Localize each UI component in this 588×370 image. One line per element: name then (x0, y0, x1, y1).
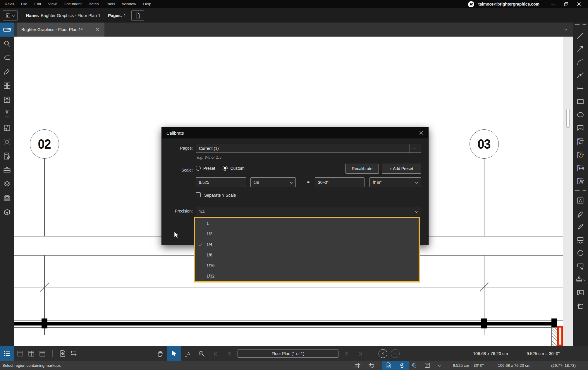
arc-tool-icon[interactable] (576, 58, 584, 66)
preset-radio-label[interactable]: Preset (203, 166, 215, 171)
cloud-tool-icon[interactable] (576, 249, 584, 257)
split-horizontal-icon[interactable] (38, 350, 47, 358)
zoom-tool-icon[interactable] (195, 346, 208, 361)
highlighter-tool-icon[interactable] (576, 210, 584, 218)
next-page-button[interactable] (342, 349, 352, 359)
menu-document[interactable]: Document (64, 0, 89, 8)
tab-close-icon[interactable] (95, 28, 100, 32)
menu-file[interactable]: File (21, 0, 35, 8)
grid-toggle-icon[interactable] (355, 361, 361, 370)
statusbar-chevron-icon[interactable] (438, 361, 441, 370)
precision-select-chevron[interactable] (415, 209, 418, 213)
pages-select-chevron[interactable] (410, 144, 418, 153)
single-page-view-icon[interactable] (16, 350, 24, 358)
measurements-panel-tab[interactable] (0, 23, 14, 37)
sets-icon[interactable] (3, 194, 11, 202)
pages-select[interactable]: Current (1) (196, 144, 421, 153)
menu-window[interactable]: Window (122, 0, 143, 8)
callout-tool-icon[interactable] (576, 262, 584, 270)
flags-icon[interactable] (3, 54, 11, 62)
snap-toggle-icon[interactable] (368, 361, 374, 370)
polyline-tool-icon[interactable] (576, 71, 584, 79)
file-access-icon[interactable] (3, 96, 11, 104)
menu-tools[interactable]: Tools (106, 0, 122, 8)
next-view-button[interactable] (391, 349, 400, 358)
layers-icon[interactable] (3, 180, 11, 188)
document-sync-toggle[interactable] (382, 361, 395, 370)
3d-model-icon[interactable] (3, 208, 11, 216)
precision-option-1-2[interactable]: 1/2 (195, 229, 419, 239)
dialog-title-bar[interactable]: Calibrate (162, 127, 428, 138)
snapshot-tool-icon[interactable] (576, 302, 584, 310)
preset-radio[interactable] (196, 166, 201, 171)
measure-area-icon[interactable] (576, 150, 584, 158)
dimension-tool-icon[interactable] (576, 84, 584, 92)
tool-chest-icon[interactable] (3, 166, 11, 174)
minimize-button[interactable] (549, 1, 558, 7)
dialog-close-icon[interactable] (419, 131, 424, 135)
menu-help[interactable]: Help (143, 0, 158, 8)
polygon-tool-icon[interactable] (576, 124, 584, 132)
settings-gear-icon[interactable] (3, 138, 11, 146)
reuse-markup-icon[interactable] (424, 361, 431, 370)
line-tool-icon[interactable] (576, 32, 584, 40)
precision-option-1-4[interactable]: 1/4 (195, 239, 419, 250)
pan-tool-icon[interactable] (153, 346, 167, 361)
markup-list-toggle[interactable] (0, 346, 14, 361)
select-text-icon[interactable]: A (181, 346, 195, 361)
search-icon[interactable] (3, 40, 11, 48)
precision-option-1-32[interactable]: 1/32 (195, 271, 419, 281)
first-page-button[interactable] (211, 349, 221, 359)
separate-y-checkbox[interactable] (196, 192, 201, 197)
vertical-scrollbar[interactable] (566, 109, 570, 128)
menu-edit[interactable]: Edit (34, 0, 48, 8)
previous-view-button[interactable] (379, 349, 387, 358)
toolbar-drag-handle[interactable] (575, 24, 586, 25)
custom-radio-label[interactable]: Custom (230, 166, 244, 171)
text-box-tool-icon[interactable]: A (576, 196, 584, 205)
tab-list-chevron-icon[interactable] (564, 27, 567, 30)
precision-option-1-8[interactable]: 1/8 (195, 250, 419, 260)
stamp-chevron-icon[interactable] (583, 278, 586, 281)
markup-summary-icon[interactable] (3, 152, 11, 160)
measure-count-icon[interactable] (576, 177, 584, 185)
scale-x-value-input[interactable]: 9.525 (196, 177, 246, 187)
precision-select[interactable]: 1/4 (196, 207, 421, 216)
thumbnails-grid-icon[interactable] (3, 82, 11, 90)
fit-page-icon[interactable] (59, 350, 67, 358)
spaces-icon[interactable] (3, 124, 11, 132)
previous-page-button[interactable] (224, 349, 234, 359)
separate-y-label[interactable]: Separate Y Scale (204, 193, 236, 198)
last-page-button[interactable] (355, 349, 365, 359)
menu-batch[interactable]: Batch (89, 0, 106, 8)
ellipse-tool-icon[interactable] (576, 111, 584, 119)
image-tool-icon[interactable] (576, 289, 584, 297)
add-preset-button[interactable]: + Add Preset (382, 164, 421, 174)
recalibrate-button[interactable]: Recalibrate (345, 164, 379, 174)
stamp-tool-icon[interactable] (575, 275, 586, 284)
menu-view[interactable]: View (48, 0, 64, 8)
rectangle-tool-icon[interactable] (576, 97, 584, 106)
menu-revu[interactable]: Revu (5, 0, 21, 8)
custom-radio[interactable] (223, 166, 228, 171)
restore-button[interactable] (562, 1, 570, 7)
add-page-button[interactable] (131, 10, 144, 21)
scale-y-unit-select[interactable]: ft' in" (369, 177, 421, 187)
scale-y-value-input[interactable]: 30'-0" (315, 177, 365, 187)
document-dropdown-button[interactable] (3, 10, 18, 21)
measure-length-icon[interactable] (576, 163, 584, 172)
callout-squiggle-icon[interactable] (576, 236, 584, 244)
split-vertical-icon[interactable] (27, 350, 35, 358)
scale-x-unit-select[interactable]: cm (250, 177, 296, 187)
page-navigation-box[interactable]: Floor Plan (1 of 1) (238, 350, 338, 358)
markup-recovery-icon[interactable] (411, 361, 417, 370)
markup-sync-toggle[interactable] (395, 361, 409, 370)
pen-tool-icon[interactable] (576, 223, 584, 231)
arrow-tool-icon[interactable] (576, 45, 584, 53)
close-button[interactable] (575, 1, 583, 7)
account-email[interactable]: taimoor@brightergraphics.com (478, 2, 539, 6)
fit-width-icon[interactable] (70, 350, 78, 358)
bookmarks-icon[interactable] (3, 110, 11, 118)
calibrate-pen-icon[interactable] (3, 68, 11, 76)
document-tab[interactable]: Brighter Graphics - Floor Plan 1* (17, 23, 104, 37)
